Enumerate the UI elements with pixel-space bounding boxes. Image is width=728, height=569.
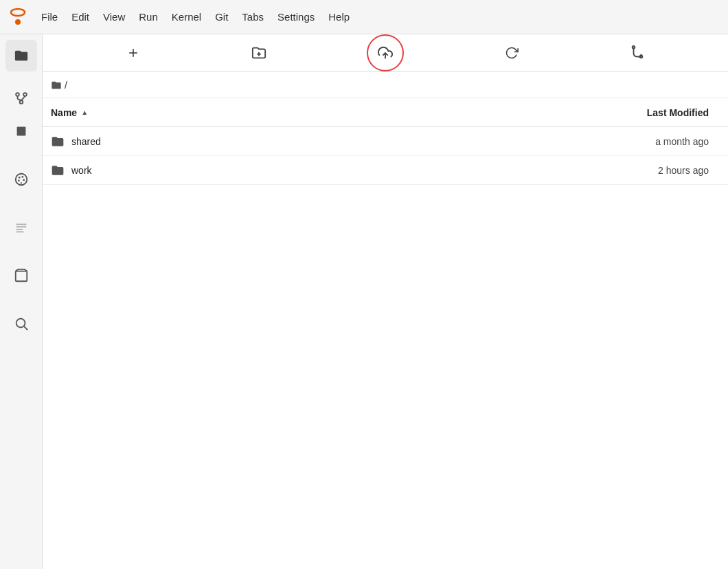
menu-kernel[interactable]: Kernel xyxy=(165,8,208,25)
sidebar-running-icon[interactable] xyxy=(5,115,37,147)
svg-point-10 xyxy=(18,177,20,179)
app-logo xyxy=(5,5,30,30)
menu-view[interactable]: View xyxy=(96,8,132,25)
sidebar-folder-icon[interactable] xyxy=(5,40,37,71)
table-row[interactable]: work 2 hours ago xyxy=(43,156,728,185)
svg-point-3 xyxy=(23,93,27,96)
menu-git[interactable]: Git xyxy=(208,8,235,25)
file-panel: / Name ▲ Last Modified share xyxy=(43,34,728,569)
new-folder-button[interactable] xyxy=(244,38,274,68)
sidebar-palette-icon[interactable] xyxy=(5,164,37,195)
svg-point-19 xyxy=(16,319,25,328)
breadcrumb-path: / xyxy=(65,80,67,91)
menu-bar: File Edit View Run Kernel Git Tabs Setti… xyxy=(0,0,728,34)
file-row-name: shared xyxy=(51,135,548,148)
sidebar-snippets-icon[interactable] xyxy=(5,212,37,243)
folder-icon xyxy=(51,164,65,177)
svg-point-2 xyxy=(16,93,19,96)
file-row-name: work xyxy=(51,164,548,177)
breadcrumb: / xyxy=(43,72,728,98)
svg-line-7 xyxy=(21,96,25,100)
sidebar-search-icon[interactable] xyxy=(5,308,37,339)
new-file-button[interactable] xyxy=(118,38,148,68)
svg-rect-8 xyxy=(16,127,25,136)
main-layout: / Name ▲ Last Modified share xyxy=(0,34,728,569)
svg-point-13 xyxy=(17,179,19,181)
svg-point-1 xyxy=(15,19,21,25)
table-header: Name ▲ Last Modified xyxy=(43,98,728,127)
menu-run[interactable]: Run xyxy=(132,8,165,25)
icon-sidebar xyxy=(0,34,43,569)
svg-line-6 xyxy=(17,99,21,100)
svg-point-12 xyxy=(23,179,25,181)
folder-icon xyxy=(51,135,65,148)
sort-arrow-icon: ▲ xyxy=(81,109,88,116)
menu-tabs[interactable]: Tabs xyxy=(235,8,271,25)
svg-line-20 xyxy=(24,326,27,330)
file-name: work xyxy=(71,165,92,176)
col-modified-header[interactable]: Last Modified xyxy=(548,107,720,118)
svg-rect-18 xyxy=(15,271,27,282)
sidebar-filebrowser-icon[interactable] xyxy=(5,260,37,291)
menu-edit[interactable]: Edit xyxy=(65,8,96,25)
file-modified: 2 hours ago xyxy=(548,165,720,176)
svg-point-11 xyxy=(21,176,23,178)
file-toolbar xyxy=(43,34,728,72)
table-row[interactable]: shared a month ago xyxy=(43,127,728,156)
menu-help[interactable]: Help xyxy=(321,8,356,25)
col-name-header[interactable]: Name ▲ xyxy=(51,107,548,118)
sidebar-git-icon[interactable] xyxy=(5,82,37,114)
git-extension-button[interactable] xyxy=(622,38,652,68)
file-name: shared xyxy=(71,136,101,147)
svg-point-0 xyxy=(11,9,25,16)
menu-file[interactable]: File xyxy=(34,8,65,25)
svg-point-4 xyxy=(19,100,23,104)
upload-button[interactable] xyxy=(370,38,400,68)
menu-settings[interactable]: Settings xyxy=(271,8,321,25)
file-modified: a month ago xyxy=(548,136,720,147)
refresh-button[interactable] xyxy=(497,38,527,68)
file-table: Name ▲ Last Modified shared a month ago xyxy=(43,98,728,569)
